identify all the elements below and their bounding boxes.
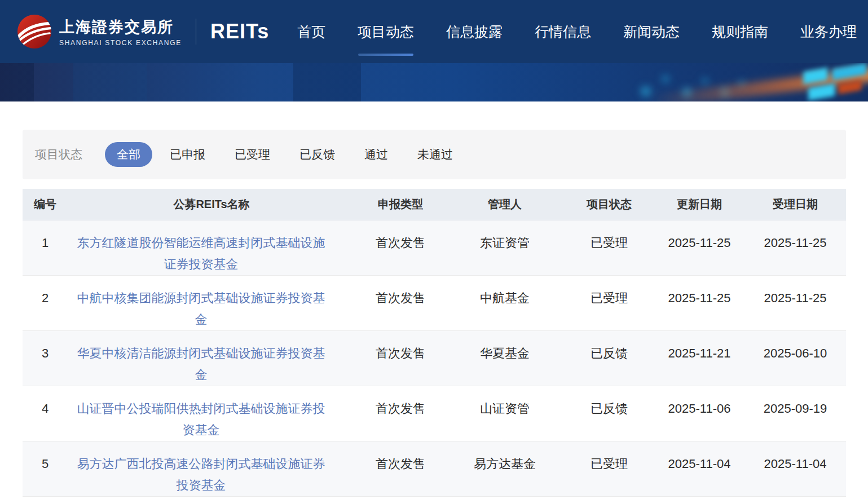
main-nav: 首页项目动态信息披露行情信息新闻动态规则指南业务办理 <box>297 23 857 41</box>
application-type: 首次发售 <box>355 330 446 386</box>
table-row: 2中航中核集团能源封闭式基础设施证券投资基金首次发售中航基金已受理2025-11… <box>23 275 846 330</box>
fund-name-link[interactable]: 中航中核集团能源封闭式基础设施证券投资基金 <box>77 291 325 326</box>
fund-name-link[interactable]: 东方红隧道股份智能运维高速封闭式基础设施证券投资基金 <box>77 236 325 271</box>
manager-name: 华夏基金 <box>446 330 564 386</box>
fund-name-cell: 东方红隧道股份智能运维高速封闭式基础设施证券投资基金 <box>68 220 355 275</box>
manager-name: 易方达基金 <box>446 441 564 496</box>
nav-item-2[interactable]: 项目动态 <box>358 23 414 41</box>
table-header-row: 编号公募REITs名称申报类型管理人项目状态更新日期受理日期 <box>23 189 846 220</box>
brand-divider <box>196 19 196 45</box>
accept-date: 2025-11-25 <box>744 220 846 275</box>
update-date: 2025-11-06 <box>654 386 744 441</box>
update-date: 2025-11-25 <box>654 275 744 330</box>
fund-name-link[interactable]: 易方达广西北投高速公路封闭式基础设施证券投资基金 <box>77 457 325 492</box>
brand-name-zh: 上海證券交易所 <box>59 17 182 37</box>
nav-item-5[interactable]: 新闻动态 <box>623 23 680 41</box>
filter-option-4[interactable]: 已反馈 <box>288 142 347 167</box>
table-row: 3华夏中核清洁能源封闭式基础设施证券投资基金首次发售华夏基金已反馈2025-11… <box>23 330 846 386</box>
table-row: 4山证晋中公投瑞阳供热封闭式基础设施证券投资基金首次发售山证资管已反馈2025-… <box>23 386 846 441</box>
project-status: 已反馈 <box>564 330 654 386</box>
project-status: 已受理 <box>564 441 654 496</box>
project-status: 已受理 <box>564 275 654 330</box>
filter-option-6[interactable]: 未通过 <box>406 142 465 167</box>
row-number: 4 <box>23 386 68 441</box>
table-header: 编号公募REITs名称申报类型管理人项目状态更新日期受理日期 <box>23 189 846 220</box>
fund-name-cell: 华夏中核清洁能源封闭式基础设施证券投资基金 <box>68 330 355 386</box>
nav-item-7[interactable]: 业务办理 <box>800 23 857 41</box>
accept-date: 2025-06-10 <box>744 330 846 386</box>
row-number: 1 <box>23 220 68 275</box>
nav-item-4[interactable]: 行情信息 <box>535 23 591 41</box>
filter-options: 全部已申报已受理已反馈通过未通过 <box>105 142 465 167</box>
nav-item-3[interactable]: 信息披露 <box>446 23 503 41</box>
update-date: 2025-11-21 <box>654 330 744 386</box>
column-header-7: 受理日期 <box>744 189 846 220</box>
fund-name-link[interactable]: 华夏中核清洁能源封闭式基础设施证券投资基金 <box>77 346 325 382</box>
filter-option-2[interactable]: 已申报 <box>158 142 217 167</box>
column-header-6: 更新日期 <box>654 189 744 220</box>
hero-banner <box>0 63 868 101</box>
fund-name-cell: 易方达广西北投高速公路封闭式基础设施证券投资基金 <box>68 441 355 496</box>
column-header-5: 项目状态 <box>564 189 654 220</box>
brand[interactable]: 上海證券交易所 SHANGHAI STOCK EXCHANGE REITs <box>17 14 269 49</box>
manager-name: 中航基金 <box>446 275 564 330</box>
filter-option-1[interactable]: 全部 <box>105 142 152 167</box>
manager-name: 东证资管 <box>446 220 564 275</box>
column-header-2: 公募REITs名称 <box>68 189 355 220</box>
row-number: 5 <box>23 441 68 496</box>
filter-label: 项目状态 <box>35 147 82 162</box>
column-header-3: 申报类型 <box>355 189 446 220</box>
row-number: 2 <box>23 275 68 330</box>
filter-option-3[interactable]: 已受理 <box>223 142 282 167</box>
brand-name-en: SHANGHAI STOCK EXCHANGE <box>59 39 182 47</box>
table-row: 5易方达广西北投高速公路封闭式基础设施证券投资基金首次发售易方达基金已受理202… <box>23 441 846 496</box>
row-number: 3 <box>23 330 68 386</box>
fund-name-cell: 山证晋中公投瑞阳供热封闭式基础设施证券投资基金 <box>68 386 355 441</box>
accept-date: 2025-11-25 <box>744 275 846 330</box>
reits-table: 编号公募REITs名称申报类型管理人项目状态更新日期受理日期 1东方红隧道股份智… <box>23 189 846 497</box>
project-status: 已受理 <box>564 220 654 275</box>
nav-item-1[interactable]: 首页 <box>297 23 325 41</box>
accept-date: 2025-09-19 <box>744 386 846 441</box>
application-type: 首次发售 <box>355 386 446 441</box>
top-navbar: 上海證券交易所 SHANGHAI STOCK EXCHANGE REITs 首页… <box>0 0 868 63</box>
fund-name-link[interactable]: 山证晋中公投瑞阳供热封闭式基础设施证券投资基金 <box>77 401 325 437</box>
application-type: 首次发售 <box>355 220 446 275</box>
update-date: 2025-11-25 <box>654 220 744 275</box>
accept-date: 2025-11-04 <box>744 441 846 496</box>
filter-option-5[interactable]: 通过 <box>353 142 400 167</box>
content-panel: 项目状态 全部已申报已受理已反馈通过未通过 编号公募REITs名称申报类型管理人… <box>0 101 868 497</box>
table-row: 1东方红隧道股份智能运维高速封闭式基础设施证券投资基金首次发售东证资管已受理20… <box>23 220 846 275</box>
manager-name: 山证资管 <box>446 386 564 441</box>
application-type: 首次发售 <box>355 441 446 496</box>
column-header-1: 编号 <box>23 189 68 220</box>
application-type: 首次发售 <box>355 275 446 330</box>
brand-product-reits: REITs <box>210 20 269 43</box>
project-status: 已反馈 <box>564 386 654 441</box>
fund-name-cell: 中航中核集团能源封闭式基础设施证券投资基金 <box>68 275 355 330</box>
nav-item-6[interactable]: 规则指南 <box>712 23 768 41</box>
sse-logo-icon <box>17 14 52 49</box>
update-date: 2025-11-04 <box>654 441 744 496</box>
column-header-4: 管理人 <box>446 189 564 220</box>
project-status-filter-bar: 项目状态 全部已申报已受理已反馈通过未通过 <box>23 130 846 179</box>
